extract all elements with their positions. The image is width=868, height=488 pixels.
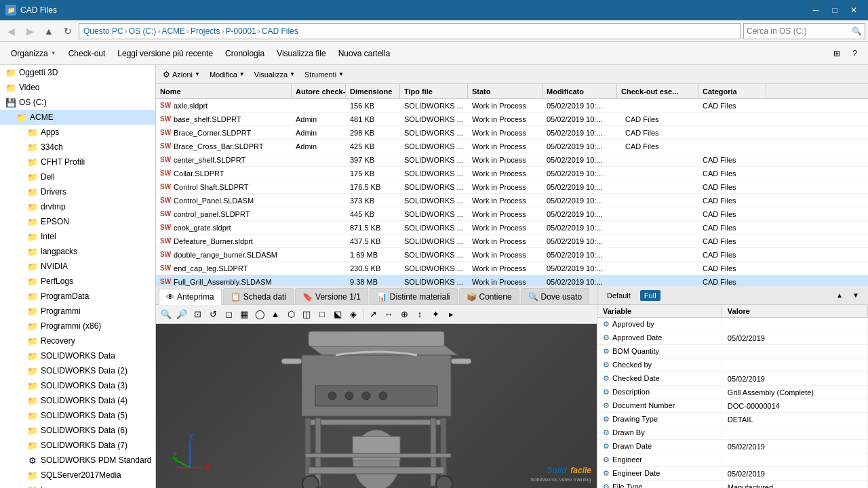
table-row[interactable]: SW Full_Grill_Assembly.SLDASM 9.38 MB SO… — [156, 275, 868, 286]
sidebar-item[interactable]: 💾OS (C:) — [0, 95, 155, 110]
col-header-size[interactable]: Dimensione — [346, 84, 400, 98]
sidebar-item[interactable]: 📁SOLIDWORKS Data (7) — [0, 438, 155, 453]
maximize-button[interactable]: □ — [826, 3, 844, 17]
table-row[interactable]: SW Control_Panel.SLDASM 373 KB SOLIDWORK… — [156, 194, 868, 207]
sidebar-item[interactable]: 📁ProgramData — [0, 289, 155, 304]
search-input[interactable] — [747, 26, 849, 36]
tab-default[interactable]: Default — [603, 290, 635, 301]
triangle-view-button[interactable]: ▲ — [268, 307, 283, 322]
zoom-in-button[interactable]: 🔍 — [159, 307, 174, 322]
sidebar-item[interactable]: 📁Programmi — [0, 304, 155, 319]
tab-distinte-materiali[interactable]: 📊Distinte materiali — [370, 288, 458, 304]
play-tool-button[interactable]: ▸ — [443, 307, 458, 322]
star-tool-button[interactable]: ✦ — [428, 307, 443, 322]
sidebar-item[interactable]: 📁SOLIDWORKS Data (6) — [0, 423, 155, 438]
sidebar-item[interactable]: 📁334ch — [0, 140, 155, 155]
visualizza-button[interactable]: Visualizza ▼ — [250, 67, 299, 82]
sidebar-item[interactable]: 📁EPSON — [0, 214, 155, 229]
forward-button[interactable]: ▶ — [22, 23, 38, 39]
sidebar-item[interactable]: 📁Intel — [0, 229, 155, 244]
sidebar-item[interactable]: 📁Dell — [0, 169, 155, 184]
col-header-modified[interactable]: Modificato — [542, 84, 617, 98]
minimize-button[interactable]: ─ — [807, 3, 825, 17]
properties-scroll[interactable]: Variable Valore ⚙Approved by ⚙Approved D… — [597, 305, 868, 488]
up-button[interactable]: ▲ — [41, 23, 57, 39]
tab-versione-1/1[interactable]: 🔖Versione 1/1 — [295, 288, 368, 304]
sidebar-item[interactable]: 📁langpacks — [0, 244, 155, 259]
table-row[interactable]: SW control_panel.SLDPRT 445 KB SOLIDWORK… — [156, 207, 868, 221]
sidebar-item[interactable]: 📁CFHT Profili — [0, 155, 155, 169]
breadcrumb-p00001[interactable]: P-00001 — [225, 26, 256, 36]
arrow-tool-button[interactable]: ↗ — [366, 307, 380, 322]
col-header-checkout[interactable]: Check-out ese... — [617, 84, 698, 98]
col-header-state[interactable]: Stato — [468, 84, 542, 98]
breadcrumb-pc[interactable]: Questo PC — [83, 26, 123, 36]
back-button[interactable]: ◀ — [3, 23, 19, 39]
tab-full[interactable]: Full — [640, 290, 660, 301]
sidebar-item[interactable]: 📁SOLIDWORKS Data (5) — [0, 408, 155, 423]
panel-scroll-down[interactable]: ▼ — [849, 289, 863, 302]
panel-scroll-up[interactable]: ▲ — [833, 289, 846, 302]
sidebar-item[interactable]: 📁Oggetti 3D — [0, 65, 155, 80]
orbit-tool-button[interactable]: ⊕ — [397, 307, 412, 322]
organizza-button[interactable]: Organizza ▼ — [5, 45, 62, 62]
table-row[interactable]: SW Control Shaft.SLDPRT 176.5 KB SOLIDWO… — [156, 180, 868, 194]
breadcrumb-os[interactable]: OS (C:) — [129, 26, 157, 36]
zoom-out-button[interactable]: 🔎 — [174, 307, 189, 322]
window-controls[interactable]: ─ □ ✕ — [807, 3, 863, 17]
clip-view-button[interactable]: ⬕ — [330, 307, 345, 322]
view-toggle-button[interactable]: ⊞ — [828, 45, 846, 62]
table-row[interactable]: SW axle.sldprt 156 KB SOLIDWORKS ... Wor… — [156, 99, 868, 113]
zoom-tool-button[interactable]: ↕ — [412, 307, 427, 322]
tab-contiene[interactable]: 📦Contiene — [459, 288, 519, 304]
strumenti-button[interactable]: Strumenti ▼ — [300, 67, 348, 82]
display-mode-button[interactable]: ▦ — [237, 307, 252, 322]
sidebar-item[interactable]: 📁drvtmp — [0, 199, 155, 214]
tab-dove-usato[interactable]: 🔍Dove usato — [521, 288, 590, 304]
sidebar-item[interactable]: 📁temp — [0, 483, 155, 488]
table-row[interactable]: SW center_shelf.SLDPRT 397 KB SOLIDWORKS… — [156, 153, 868, 167]
rotate-button[interactable]: ↺ — [205, 307, 220, 322]
sidebar-item[interactable]: 📁SOLIDWORKS Data (3) — [0, 378, 155, 393]
pan-tool-button[interactable]: ↔ — [381, 307, 396, 322]
help-button[interactable]: ? — [847, 45, 863, 62]
sidebar-item[interactable]: 📁Apps — [0, 125, 155, 140]
breadcrumb-cadfiles[interactable]: CAD Files — [262, 26, 298, 36]
box-view-button[interactable]: □ — [315, 307, 330, 322]
tab-anteprima[interactable]: 👁Anteprima — [159, 289, 222, 305]
col-header-author[interactable]: Autore check-... — [292, 84, 346, 98]
table-row[interactable]: SW Brace_Cross_Bar.SLDPRT Admin 425 KB S… — [156, 140, 868, 153]
sidebar-item[interactable]: 📁PerfLogs — [0, 274, 155, 289]
sidebar-item[interactable]: 📁Drivers — [0, 184, 155, 199]
circle-view-button[interactable]: ◯ — [252, 307, 267, 322]
sidebar-item[interactable]: 📁SQLServer2017Media — [0, 468, 155, 483]
table-row[interactable]: SW Defeature_Burner.sldprt 437.5 KB SOLI… — [156, 235, 868, 248]
sidebar-item[interactable]: ⚙SOLIDWORKS PDM Standard — [0, 453, 155, 468]
breadcrumb[interactable]: Questo PC › OS (C:) › ACME › Projects › … — [79, 23, 741, 39]
sidebar-item[interactable]: 📁Programmi (x86) — [0, 319, 155, 333]
table-row[interactable]: SW Brace_Corner.SLDPRT Admin 298 KB SOLI… — [156, 126, 868, 140]
refresh-button[interactable]: ↻ — [60, 23, 76, 39]
sidebar-item[interactable]: 📁SOLIDWORKS Data (4) — [0, 393, 155, 408]
close-button[interactable]: ✕ — [845, 3, 863, 17]
table-row[interactable]: SW cook_grate.sldprt 871.5 KB SOLIDWORKS… — [156, 221, 868, 235]
col-header-category[interactable]: Categoria — [698, 84, 766, 98]
breadcrumb-projects[interactable]: Projects — [191, 26, 220, 36]
table-row[interactable]: SW double_range_burner.SLDASM 1.69 MB SO… — [156, 248, 868, 262]
breadcrumb-acme[interactable]: ACME — [161, 26, 185, 36]
col-header-name[interactable]: Nome — [156, 84, 292, 98]
filter-view-button[interactable]: ◈ — [346, 307, 361, 322]
sidebar-item[interactable]: 📁SOLIDWORKS Data (2) — [0, 363, 155, 378]
leggi-versione-button[interactable]: Leggi versione più recente — [112, 45, 218, 62]
fit-view-button[interactable]: ⊡ — [190, 307, 205, 322]
section-view-button[interactable]: ◫ — [299, 307, 314, 322]
nuova-cartella-button[interactable]: Nuova cartella — [333, 45, 396, 62]
table-row[interactable]: SW base_shelf.SLDPRT Admin 481 KB SOLIDW… — [156, 113, 868, 126]
table-row[interactable]: SW end_cap_leg.SLDPRT 230.5 KB SOLIDWORK… — [156, 262, 868, 275]
checkout-button[interactable]: Check-out — [63, 45, 111, 62]
search-box[interactable]: 🔍 — [743, 23, 865, 39]
sidebar-item[interactable]: 📁Video — [0, 80, 155, 95]
cronologia-button[interactable]: Cronologia — [220, 45, 270, 62]
hex-view-button[interactable]: ⬡ — [283, 307, 298, 322]
sidebar-item[interactable]: 📁Recovery — [0, 333, 155, 348]
